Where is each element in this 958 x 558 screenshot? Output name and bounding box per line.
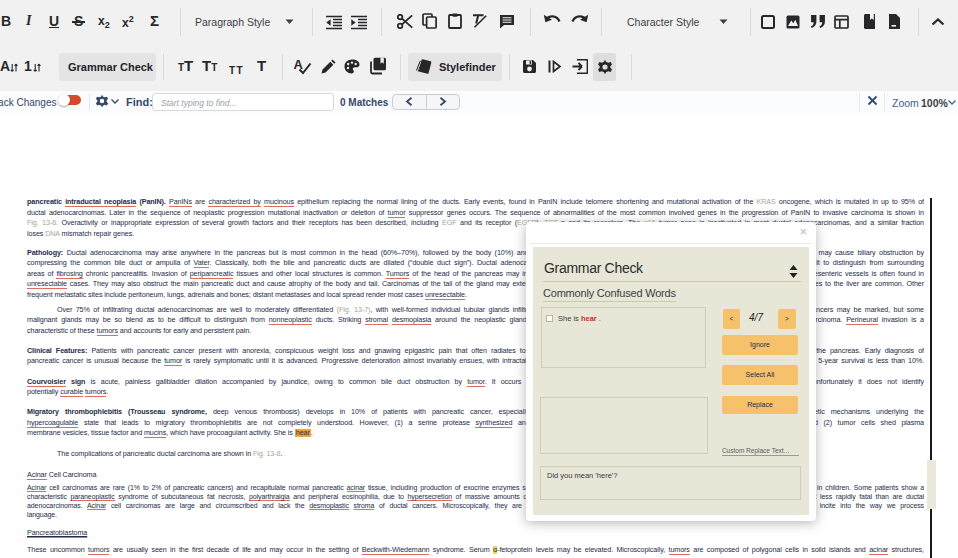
svg-text:A: A [294,57,304,72]
